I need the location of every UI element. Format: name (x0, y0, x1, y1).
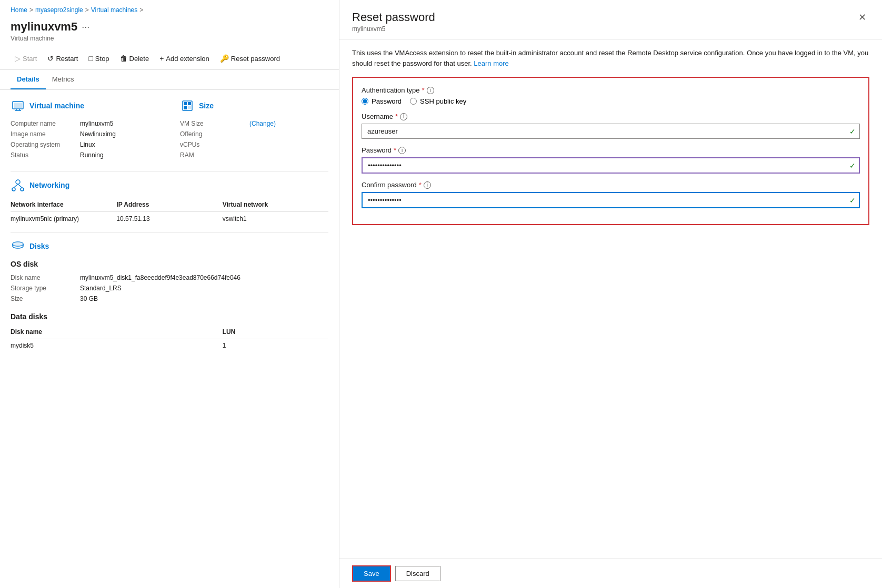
auth-type-label: Authentication type (362, 86, 420, 94)
networking-section: Networking Network interface IP Address … (11, 178, 328, 226)
learn-more-link[interactable]: Learn more (474, 59, 508, 67)
svg-rect-1 (14, 103, 22, 108)
restart-button[interactable]: ↺ Restart (43, 52, 82, 65)
auth-type-group: Authentication type * i Password SSH pub… (362, 86, 860, 105)
save-button[interactable]: Save (352, 565, 391, 582)
computer-name-label: Computer name (11, 120, 74, 127)
vm-section: Virtual machine Computer name mylinuxvm5… (11, 98, 159, 160)
auth-type-info-icon[interactable]: i (427, 87, 434, 94)
svg-point-10 (16, 180, 20, 184)
networking-title: Networking (29, 181, 69, 189)
confirm-password-check-icon: ✓ (849, 196, 856, 205)
net-col-vnet: Virtual network (223, 201, 328, 208)
breadcrumb-single[interactable]: myasepro2single (35, 6, 83, 14)
status-label: Status (11, 151, 74, 159)
add-icon: + (159, 54, 164, 63)
add-extension-button[interactable]: + Add extension (155, 52, 214, 65)
computer-name-value: mylinuxvm5 (80, 120, 113, 127)
password-info-icon[interactable]: i (398, 147, 406, 154)
ssh-radio-label: SSH public key (420, 97, 466, 105)
auth-type-required: * (422, 86, 425, 94)
size-section: Size VM Size (Change) Offering vCPUs (180, 98, 328, 160)
vcpus-label: vCPUs (180, 141, 243, 148)
auth-type-radio-group: Password SSH public key (362, 97, 860, 105)
confirm-password-group: Confirm password * i ✓ (362, 181, 860, 208)
svg-line-14 (18, 184, 22, 188)
password-radio-label: Password (372, 97, 402, 105)
os-disk-title: OS disk (11, 260, 38, 268)
disks-title: Disks (29, 242, 49, 250)
vm-name: mylinuxvm5 (11, 20, 77, 34)
vm-size-change-link[interactable]: (Change) (249, 120, 276, 127)
vm-section-title: Virtual machine (29, 102, 84, 110)
tab-details[interactable]: Details (11, 70, 46, 89)
panel-footer: Save Discard (339, 559, 882, 588)
ram-label: RAM (180, 151, 243, 159)
delete-button[interactable]: 🗑 Delete (116, 52, 154, 65)
ssh-radio[interactable] (410, 98, 417, 105)
disk-size-label: Size (11, 295, 74, 302)
more-options-icon[interactable]: ··· (82, 22, 89, 33)
svg-rect-9 (188, 106, 191, 109)
stop-button[interactable]: □ Stop (84, 52, 113, 65)
username-label: Username (362, 113, 393, 120)
discard-button[interactable]: Discard (395, 566, 440, 581)
confirm-password-input[interactable] (362, 192, 860, 208)
data-disk-lun: 1 (223, 342, 328, 349)
panel-header: Reset password mylinuxvm5 ✕ (339, 0, 882, 39)
stop-icon: □ (88, 54, 93, 63)
password-input-wrapper: ✓ (362, 157, 860, 174)
status-value: Running (80, 151, 104, 159)
left-panel: Home > myasepro2single > Virtual machine… (0, 0, 339, 588)
password-label: Password (362, 146, 392, 154)
vm-size-value: (Change) (249, 120, 276, 127)
toolbar: ▷ Start ↺ Restart □ Stop 🗑 Delete + Add … (0, 47, 339, 70)
disk-size-value: 30 GB (80, 295, 98, 302)
confirm-password-info-icon[interactable]: i (424, 181, 431, 189)
breadcrumb-vms[interactable]: Virtual machines (91, 6, 138, 14)
tab-metrics[interactable]: Metrics (46, 70, 81, 89)
svg-rect-7 (188, 102, 191, 105)
vm-size-label: VM Size (180, 120, 243, 127)
os-disk-header: OS disk (11, 260, 328, 268)
reset-password-button[interactable]: 🔑 Reset password (216, 52, 284, 65)
net-col-interface: Network interface (11, 201, 116, 208)
panel-title: Reset password (352, 11, 435, 24)
image-name-label: Image name (11, 130, 74, 138)
vm-section-icon (11, 98, 25, 113)
table-row: mydisk5 1 (11, 339, 328, 352)
username-input[interactable] (362, 124, 860, 139)
disk-col-name: Disk name (11, 328, 223, 336)
username-required: * (395, 113, 398, 120)
password-radio[interactable] (362, 98, 368, 105)
password-input[interactable] (362, 157, 860, 174)
delete-icon: 🗑 (120, 54, 127, 63)
username-input-wrapper: ✓ (362, 124, 860, 139)
username-group: Username * i ✓ (362, 113, 860, 139)
key-icon: 🔑 (220, 54, 229, 63)
vm-header: mylinuxvm5 ··· Virtual machine (0, 17, 339, 47)
username-info-icon[interactable]: i (400, 113, 407, 120)
image-name-value: Newlinuximg (80, 130, 116, 138)
disks-section: Disks OS disk Disk name mylinuxvm5_disk1… (11, 239, 328, 352)
net-col-ip: IP Address (116, 201, 222, 208)
password-radio-option[interactable]: Password (362, 97, 402, 105)
form-section: Authentication type * i Password SSH pub… (352, 77, 869, 225)
reset-password-panel: Reset password mylinuxvm5 ✕ This uses th… (339, 0, 882, 588)
net-interface-value: mylinuxvm5nic (primary) (11, 215, 116, 222)
size-section-title: Size (199, 102, 214, 110)
os-label: Operating system (11, 141, 74, 148)
disk-name-value: mylinuxvm5_disk1_fa8eeeddef9f4e3ead870e6… (80, 274, 240, 281)
offering-label: Offering (180, 130, 243, 138)
table-row: mylinuxvm5nic (primary) 10.57.51.13 vswi… (11, 212, 328, 226)
start-button[interactable]: ▷ Start (11, 52, 41, 65)
ssh-radio-option[interactable]: SSH public key (410, 97, 466, 105)
username-check-icon: ✓ (849, 127, 856, 136)
os-value: Linux (80, 141, 95, 148)
svg-point-16 (13, 242, 23, 246)
breadcrumb-home[interactable]: Home (11, 6, 27, 14)
svg-rect-6 (184, 102, 187, 105)
disk-col-lun: LUN (223, 328, 328, 336)
close-button[interactable]: ✕ (855, 11, 869, 24)
network-table: Network interface IP Address Virtual net… (11, 198, 328, 226)
